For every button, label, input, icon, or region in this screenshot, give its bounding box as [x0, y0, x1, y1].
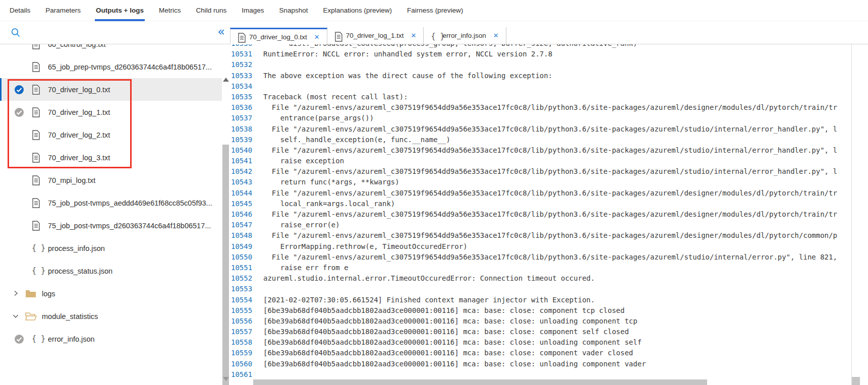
file-tree-scrollbar-thumb[interactable] — [222, 145, 229, 385]
log-line: 10539 self._handle_exception(e, func.__n… — [230, 135, 868, 145]
editor-tab-error_info.json[interactable]: { }error_info.json✕ — [424, 27, 506, 44]
line-number: 10535 — [230, 92, 253, 102]
tree-item-70_driver_log_0.txt[interactable]: 70_driver_log_0.txt — [0, 78, 222, 101]
tree-item-70_driver_log_2.txt[interactable]: 70_driver_log_2.txt — [0, 123, 222, 146]
close-icon[interactable]: ✕ — [493, 32, 499, 39]
editor-horizontal-scrollbar-thumb[interactable] — [253, 379, 707, 385]
line-number: 10559 — [230, 348, 253, 358]
line-number: 10545 — [230, 199, 253, 209]
nav-tab-fairness-preview[interactable]: Fairness (preview) — [399, 0, 471, 21]
log-line: 10532 — [230, 59, 868, 70]
tree-item-75_job_post-tvmps_aeddd469e61f68cc85c05f93...[interactable]: 75_job_post-tvmps_aeddd469e61f68cc85c05f… — [0, 191, 222, 214]
tree-item-label: 70_driver_log_3.txt — [48, 154, 110, 162]
line-number: 10552 — [230, 273, 253, 284]
log-line: 10553 — [230, 284, 868, 294]
line-number: 10541 — [230, 156, 253, 166]
nav-tab-metrics[interactable]: Metrics — [151, 0, 189, 21]
nav-tab-explanations-preview[interactable]: Explanations (preview) — [316, 0, 400, 21]
editor-tab-70_driver_log_0.txt[interactable]: 70_driver_log_0.txt✕ — [230, 28, 327, 44]
log-line: 10560[6be39ab68df040b5aadcbb1802aad3ce00… — [230, 359, 868, 369]
main-content: « 60_control_log.txt 65_job_prep-tvmps_d… — [0, 21, 868, 385]
log-line: 10533The above exception was the direct … — [230, 71, 868, 81]
line-number: 10543 — [230, 177, 253, 187]
nav-tab-child-runs[interactable]: Child runs — [188, 0, 234, 21]
search-icon[interactable] — [10, 27, 21, 38]
file-icon — [32, 130, 42, 140]
tree-item-60_control_log.txt[interactable]: 60_control_log.txt — [0, 44, 222, 55]
log-line: 10552azureml.studio.internal.error.Timeo… — [230, 273, 868, 284]
line-text: File "/azureml-envs/azureml_c307519f9654… — [253, 252, 837, 263]
line-text: [6be39ab68df040b5aadcbb1802aad3ce000001:… — [253, 305, 624, 316]
json-icon: { } — [32, 243, 42, 253]
line-number: 10547 — [230, 220, 253, 230]
file-icon — [32, 62, 42, 72]
nav-tab-images[interactable]: Images — [234, 0, 271, 21]
file-icon — [334, 32, 342, 40]
file-tree-viewport: 60_control_log.txt 65_job_prep-tvmps_d26… — [0, 44, 222, 385]
tree-item-module_statistics[interactable]: module_statistics — [0, 305, 222, 328]
log-line: 10543 return func(*args, **kwargs) — [230, 177, 868, 187]
nav-tab-snapshot[interactable]: Snapshot — [272, 0, 316, 21]
line-number: 10531 — [230, 49, 253, 59]
tree-item-70_driver_log_3.txt[interactable]: 70_driver_log_3.txt — [0, 146, 222, 169]
collapse-panel-icon[interactable]: « — [216, 26, 226, 40]
tree-item-75_job_post-tvmps_d260363744c6a4f18b06517...[interactable]: 75_job_post-tvmps_d260363744c6a4f18b0651… — [0, 214, 222, 237]
log-line: 10550 File "/azureml-envs/azureml_c30751… — [230, 252, 868, 263]
editor-tab-70_driver_log_1.txt[interactable]: 70_driver_log_1.txt✕ — [327, 27, 424, 44]
tab-label: error_info.json — [442, 32, 486, 39]
line-number: 10534 — [230, 81, 253, 92]
line-number: 10537 — [230, 113, 253, 123]
status-checked-gray-icon — [14, 334, 24, 344]
tab-label: 70_driver_log_1.txt — [346, 32, 404, 39]
tree-item-label: error_info.json — [48, 335, 95, 343]
file-tree-scrollbar[interactable] — [222, 44, 230, 385]
file-icon — [32, 198, 42, 208]
log-line: 10535Traceback (most recent call last): — [230, 92, 868, 102]
file-icon — [32, 107, 42, 117]
chevron-right-icon[interactable] — [12, 290, 20, 298]
scroll-up-icon[interactable] — [223, 78, 229, 82]
tree-item-label: 70_driver_log_2.txt — [48, 131, 110, 139]
line-text: self._handle_exception(e, func.__name__) — [253, 135, 450, 145]
tree-item-70_driver_log_1.txt[interactable]: 70_driver_log_1.txt — [0, 101, 222, 123]
line-text: File "/azureml-envs/azureml_c307519f9654… — [253, 102, 837, 113]
tree-item-65_job_prep-tvmps_d260363744c6a4f18b06517...[interactable]: 65_job_prep-tvmps_d260363744c6a4f18b0651… — [0, 55, 222, 78]
scroll-down-icon[interactable] — [223, 377, 229, 381]
json-icon: { } — [431, 32, 438, 40]
tree-item-process_status.json[interactable]: { }process_status.json — [0, 260, 222, 282]
tree-item-label: 70_driver_log_0.txt — [48, 86, 110, 94]
line-number: 10554 — [230, 295, 253, 305]
log-line: 10534 — [230, 81, 868, 92]
line-text — [253, 369, 263, 380]
line-text: RuntimeError: NCCL error: unhandled syst… — [253, 49, 552, 59]
nav-tab-parameters[interactable]: Parameters — [38, 0, 88, 21]
editor-right-gutter — [852, 44, 868, 385]
line-text: Traceback (most recent call last): — [253, 92, 408, 102]
close-icon[interactable]: ✕ — [411, 32, 417, 39]
tree-item-label: module_statistics — [42, 312, 98, 320]
line-text: dist._broadcast_coalesced(process_group,… — [253, 44, 638, 49]
line-number: 10530 — [230, 44, 253, 49]
log-line: 10545 local_rank=args.local_rank) — [230, 199, 868, 209]
editor-vertical-scrollbar-thumb[interactable] — [852, 377, 860, 385]
log-content[interactable]: 10530 dist._broadcast_coalesced(process_… — [230, 44, 868, 385]
log-line: 10544 File "/azureml-envs/azureml_c30751… — [230, 188, 868, 199]
tree-item-error_info.json[interactable]: { }error_info.json — [0, 328, 222, 350]
close-icon[interactable]: ✕ — [314, 33, 320, 41]
tree-item-process_info.json[interactable]: { }process_info.json — [0, 237, 222, 260]
log-line: 10546 File "/azureml-envs/azureml_c30751… — [230, 209, 868, 220]
log-line: 10549 ErrorMapping.rethrow(e, TimeoutOcc… — [230, 241, 868, 252]
chevron-down-icon[interactable] — [12, 312, 20, 320]
line-text: raise_error(e) — [253, 220, 340, 230]
tab-label: 70_driver_log_0.txt — [249, 33, 307, 41]
folder-icon — [25, 289, 36, 299]
nav-tab-details[interactable]: Details — [2, 0, 38, 21]
tree-item-70_mpi_log.txt[interactable]: 70_mpi_log.txt — [0, 169, 222, 191]
tree-item-logs[interactable]: logs — [0, 282, 222, 305]
line-number: 10536 — [230, 102, 253, 113]
log-viewer: 70_driver_log_0.txt✕ 70_driver_log_1.txt… — [230, 21, 868, 385]
nav-tab-outputs-logs[interactable]: Outputs + logs — [88, 0, 151, 21]
line-number: 10542 — [230, 166, 253, 177]
line-text: [6be39ab68df040b5aadcbb1802aad3ce000001:… — [253, 337, 642, 348]
log-line: 10538 File "/azureml-envs/azureml_c30751… — [230, 124, 868, 135]
